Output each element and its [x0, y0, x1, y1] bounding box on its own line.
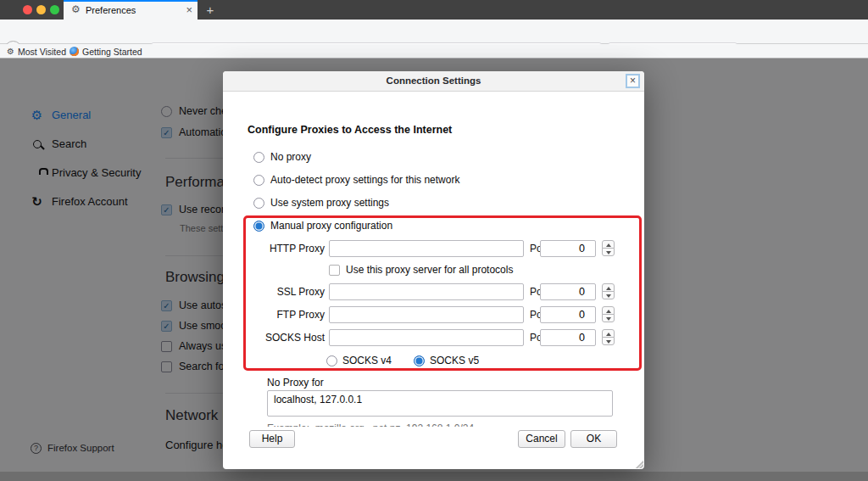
traffic-light-close[interactable] — [23, 5, 32, 14]
http-proxy-row: HTTP Proxy Port — [223, 240, 644, 257]
ok-button[interactable]: OK — [570, 430, 617, 448]
socks-port-input[interactable] — [540, 329, 596, 346]
all-protocols-row: Use this proxy server for all protocols — [329, 264, 513, 276]
field-label: SSL Proxy — [243, 286, 325, 298]
port-stepper — [602, 283, 615, 300]
port-stepper — [602, 240, 615, 257]
bookmark-label: Getting Started — [82, 47, 142, 57]
window-bottom-edge — [0, 472, 868, 481]
new-tab-button[interactable]: + — [203, 2, 218, 18]
navigation-toolbar: ← → ↻ ⌂ Firefox about:preferences#genera… — [0, 20, 868, 44]
dialog-title: Connection Settings — [223, 76, 644, 86]
traffic-light-minimize[interactable] — [36, 5, 46, 14]
field-label: SOCKS Host — [243, 332, 325, 344]
tab-bar: ⚙ Preferences × + — [0, 0, 868, 20]
browser-window: ⚙ Preferences × + ← → ↻ ⌂ Firefox about:… — [0, 0, 868, 481]
socks-host-input[interactable] — [329, 329, 524, 346]
traffic-light-zoom[interactable] — [50, 5, 59, 14]
radio-label: Manual proxy configuration — [270, 220, 392, 232]
connection-settings-dialog: Connection Settings × Configure Proxies … — [223, 71, 644, 469]
dialog-titlebar: Connection Settings × — [223, 71, 644, 92]
ftp-proxy-row: FTP Proxy Port — [223, 306, 644, 323]
http-port-input[interactable] — [540, 240, 596, 257]
stepper-down-button[interactable] — [602, 337, 615, 345]
ssl-proxy-input[interactable] — [329, 283, 524, 300]
firefox-globe-icon — [70, 47, 79, 56]
bookmark-label: Most Visited — [18, 47, 66, 57]
help-button[interactable]: Help — [249, 430, 295, 448]
ssl-proxy-row: SSL Proxy Port — [223, 283, 644, 300]
radio-manual-proxy[interactable] — [253, 221, 264, 232]
ftp-proxy-input[interactable] — [329, 306, 524, 323]
radio-label: SOCKS v5 — [430, 355, 479, 366]
proxy-option-row: Manual proxy configuration — [253, 219, 392, 232]
field-label: FTP Proxy — [243, 309, 325, 321]
dialog-close-button[interactable]: × — [626, 74, 640, 88]
tab-close-icon[interactable]: × — [186, 3, 192, 16]
radio-socks-v4[interactable] — [326, 355, 337, 366]
radio-socks-v5[interactable] — [414, 355, 425, 366]
field-label: HTTP Proxy — [243, 243, 325, 254]
tab-gear-icon: ⚙ — [71, 3, 81, 16]
stepper-down-button[interactable] — [602, 248, 615, 256]
bookmarks-bar: ⚙ Most Visited Getting Started — [0, 44, 868, 59]
no-proxy-example: Example: .mozilla.org, .net.nz, 192.168.… — [267, 420, 615, 427]
tab-title: Preferences — [86, 5, 136, 15]
stepper-down-button[interactable] — [602, 291, 615, 299]
browser-tab[interactable]: ⚙ Preferences × — [64, 0, 198, 20]
ssl-port-input[interactable] — [540, 283, 596, 300]
most-visited-icon: ⚙ — [7, 48, 14, 56]
port-stepper — [602, 329, 615, 346]
example-text: Example: .mozilla.org, .net.nz, 192.168.… — [267, 422, 474, 427]
no-proxy-label: No Proxy for — [267, 377, 324, 389]
radio-label: No proxy — [270, 151, 311, 163]
dialog-heading: Configure Proxies to Access the Internet — [248, 124, 452, 136]
proxy-option-row: No proxy — [253, 150, 311, 164]
radio-label: Auto-detect proxy settings for this netw… — [270, 174, 459, 186]
http-proxy-input[interactable] — [329, 240, 524, 257]
radio-auto-detect[interactable] — [253, 175, 264, 186]
ftp-port-input[interactable] — [540, 306, 596, 323]
radio-system-proxy[interactable] — [253, 198, 264, 209]
stepper-down-button[interactable] — [602, 314, 615, 322]
proxy-option-row: Auto-detect proxy settings for this netw… — [253, 173, 459, 187]
dialog-resize-handle[interactable] — [633, 458, 643, 468]
checkbox-label: Use this proxy server for all protocols — [346, 264, 513, 276]
socks-version-row: SOCKS v4 SOCKS v5 — [326, 355, 479, 366]
radio-label: SOCKS v4 — [342, 355, 392, 366]
cancel-button[interactable]: Cancel — [518, 430, 565, 448]
port-stepper — [602, 306, 615, 323]
radio-label: Use system proxy settings — [270, 197, 389, 209]
checkbox-all-protocols[interactable] — [329, 265, 340, 276]
bookmark-getting-started[interactable]: Getting Started — [70, 46, 142, 57]
radio-no-proxy[interactable] — [253, 152, 264, 163]
no-proxy-textarea[interactable]: localhost, 127.0.0.1 — [267, 390, 613, 417]
socks-host-row: SOCKS Host Port — [223, 329, 644, 346]
bookmark-most-visited[interactable]: ⚙ Most Visited — [7, 46, 66, 57]
proxy-option-row: Use system proxy settings — [253, 196, 389, 210]
